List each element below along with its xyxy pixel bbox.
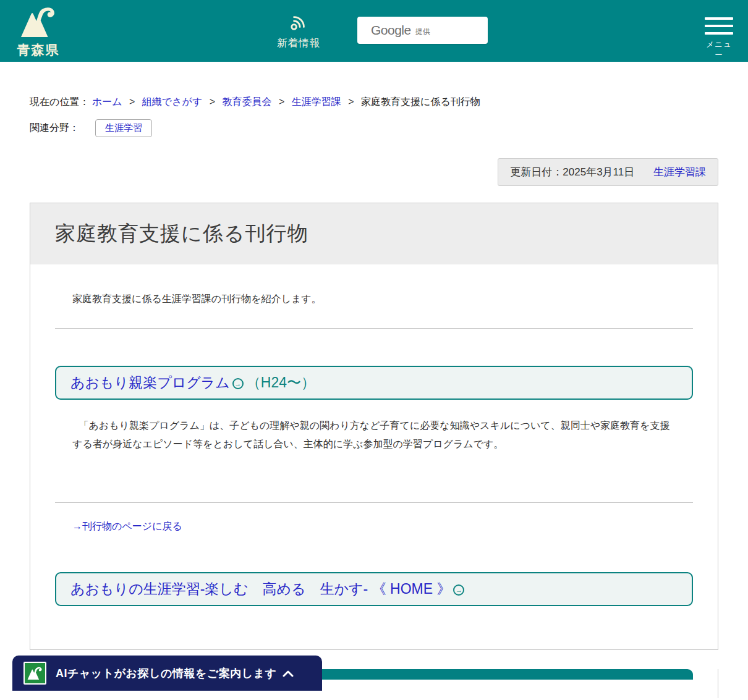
new-info-label: 新着情報 bbox=[274, 36, 323, 50]
site-search-box[interactable]: Google 提供 bbox=[357, 17, 488, 44]
department-link[interactable]: 生涯学習課 bbox=[653, 166, 706, 178]
ai-chat-collapsed-panel bbox=[12, 691, 322, 700]
breadcrumb-separator: > bbox=[129, 96, 135, 107]
menu-label: メニュー bbox=[705, 40, 733, 61]
site-logo[interactable]: 青森県 bbox=[16, 5, 61, 59]
related-fields-row: 関連分野： 生涯学習 bbox=[30, 119, 718, 137]
google-provided-label: 提供 bbox=[415, 27, 430, 37]
site-logo-label: 青森県 bbox=[16, 41, 61, 59]
updated-date-label: 更新日付：2025年3月11日 bbox=[510, 166, 634, 178]
chevron-up-icon bbox=[283, 670, 294, 677]
aomori-emblem-icon bbox=[19, 5, 58, 38]
google-logo: Google bbox=[371, 23, 411, 38]
breadcrumb-separator: > bbox=[279, 96, 284, 107]
ai-chat-bar[interactable]: AIチャットがお探しの情報をご案内します bbox=[12, 656, 322, 691]
program-description: 「あおもり親楽プログラム」は、子どもの理解や親の関わり方など子育てに必要な知識や… bbox=[72, 416, 674, 453]
ai-chat-banner[interactable]: AIチャットがお探しの情報をご案内します bbox=[12, 656, 322, 700]
external-link-icon: → bbox=[232, 378, 244, 389]
breadcrumb-label: 現在の位置： bbox=[30, 96, 89, 107]
divider bbox=[55, 328, 693, 329]
menu-button[interactable]: メニュー bbox=[705, 17, 733, 61]
breadcrumb-item-board-of-education[interactable]: 教育委員会 bbox=[223, 96, 272, 107]
page-title-band: 家庭教育支援に係る刊行物 bbox=[30, 203, 718, 264]
breadcrumb-item-lifelong-learning-division[interactable]: 生涯学習課 bbox=[292, 96, 341, 107]
section-heading-program: あおもり親楽プログラム → （H24〜） bbox=[55, 366, 693, 400]
new-info-link[interactable]: 新着情報 bbox=[274, 10, 323, 50]
aomori-chat-logo-icon bbox=[23, 662, 46, 685]
lifelong-learning-home-link[interactable]: あおもりの生涯学習-楽しむ 高める 生かす- 《 HOME 》 bbox=[70, 580, 451, 599]
program-era-suffix: （H24〜） bbox=[247, 373, 315, 392]
breadcrumb: 現在の位置： ホーム > 組織でさがす > 教育委員会 > 生涯学習課 > 家庭… bbox=[30, 96, 718, 109]
program-link[interactable]: あおもり親楽プログラム bbox=[70, 373, 230, 392]
ai-chat-label: AIチャットがお探しの情報をご案内します bbox=[56, 666, 276, 681]
back-to-publications-link[interactable]: →刊行物のページに戻る bbox=[72, 520, 182, 533]
intro-text: 家庭教育支援に係る生涯学習課の刊行物を紹介します。 bbox=[72, 293, 693, 306]
breadcrumb-separator: > bbox=[210, 96, 215, 107]
breadcrumb-separator: > bbox=[348, 96, 354, 107]
update-box: 更新日付：2025年3月11日 生涯学習課 bbox=[498, 158, 718, 186]
article-container: 家庭教育支援に係る刊行物 家庭教育支援に係る生涯学習課の刊行物を紹介します。 あ… bbox=[30, 203, 718, 650]
breadcrumb-item-organizations[interactable]: 組織でさがす bbox=[142, 96, 203, 107]
section-heading-lifelong-learning-home: あおもりの生涯学習-楽しむ 高める 生かす- 《 HOME 》 → bbox=[55, 572, 693, 606]
external-link-icon: → bbox=[453, 584, 464, 596]
article-content: 家庭教育支援に係る生涯学習課の刊行物を紹介します。 あおもり親楽プログラム → … bbox=[30, 264, 718, 649]
site-header: 青森県 新着情報 Google 提供 メニュー bbox=[0, 0, 748, 62]
divider bbox=[55, 502, 693, 503]
breadcrumb-current-page: 家庭教育支援に係る刊行物 bbox=[361, 96, 480, 107]
rss-icon bbox=[287, 10, 310, 32]
breadcrumb-item-home[interactable]: ホーム bbox=[92, 96, 122, 107]
page-title: 家庭教育支援に係る刊行物 bbox=[55, 220, 693, 248]
hamburger-icon bbox=[705, 17, 733, 35]
related-tag-lifelong-learning[interactable]: 生涯学習 bbox=[95, 119, 152, 137]
related-fields-label: 関連分野： bbox=[30, 122, 79, 135]
